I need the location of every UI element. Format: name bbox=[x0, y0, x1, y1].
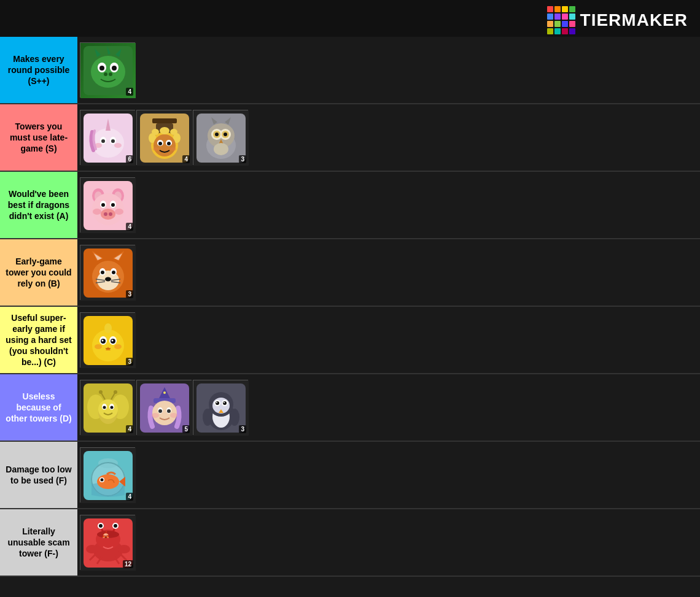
tower-penguin-badge: 3 bbox=[239, 425, 246, 433]
svg-point-75 bbox=[105, 277, 111, 282]
svg-point-19 bbox=[114, 143, 122, 148]
svg-point-45 bbox=[215, 133, 219, 136]
tower-chick[interactable]: 3 bbox=[80, 312, 135, 368]
tower-dragon[interactable]: 4 bbox=[80, 42, 135, 98]
tower-sunflower-badge: 4 bbox=[182, 155, 190, 163]
tower-dragon-badge: 4 bbox=[126, 88, 133, 96]
svg-rect-21 bbox=[152, 118, 177, 123]
logo-cell bbox=[547, 6, 553, 12]
svg-point-35 bbox=[170, 147, 176, 151]
svg-point-5 bbox=[112, 66, 117, 71]
tower-fairy[interactable]: 4 bbox=[80, 380, 135, 435]
svg-point-6 bbox=[104, 72, 107, 76]
logo-cell bbox=[554, 13, 561, 20]
tower-crab-badge: 12 bbox=[123, 560, 133, 568]
tower-sunflower[interactable]: 4 bbox=[136, 110, 192, 165]
svg-point-16 bbox=[101, 139, 105, 143]
logo-cell bbox=[547, 13, 553, 20]
tower-fox[interactable]: 3 bbox=[80, 245, 135, 300]
tier-row-a: Would've been best if dragons didn't exi… bbox=[0, 172, 700, 239]
svg-point-92 bbox=[104, 323, 112, 333]
logo-cell bbox=[569, 21, 575, 27]
svg-point-62 bbox=[93, 209, 101, 215]
svg-point-138 bbox=[101, 479, 104, 482]
tier-content-s: 6 bbox=[77, 104, 700, 171]
svg-point-105 bbox=[114, 390, 117, 394]
svg-point-17 bbox=[111, 139, 115, 143]
svg-point-116 bbox=[170, 413, 177, 418]
svg-point-144 bbox=[99, 524, 103, 528]
logo-cell bbox=[547, 28, 553, 34]
logo-cell bbox=[554, 28, 561, 34]
svg-point-109 bbox=[163, 391, 166, 394]
tower-unicorn[interactable]: 6 bbox=[80, 110, 135, 165]
tier-row-d: Useless because of other towers (D) bbox=[0, 374, 700, 442]
svg-point-147 bbox=[114, 524, 117, 528]
logo-cell bbox=[547, 21, 553, 27]
tier-row-c: Useful super-early game if using a hard … bbox=[0, 307, 700, 374]
tier-label-a: Would've been best if dragons didn't exi… bbox=[0, 172, 77, 238]
tier-row-fminus: Literally unusable scam tower (F-) bbox=[0, 509, 700, 577]
logo-cell bbox=[569, 13, 575, 20]
tier-row-b: Early-game tower you could rely on (B) bbox=[0, 239, 700, 307]
tier-label-s: Towers you must use late-game (S) bbox=[0, 104, 77, 171]
svg-point-90 bbox=[95, 344, 102, 349]
tower-fish[interactable]: 4 bbox=[80, 447, 135, 503]
svg-point-124 bbox=[216, 401, 219, 405]
tower-penguin[interactable]: 3 bbox=[193, 380, 248, 435]
svg-point-110 bbox=[152, 401, 177, 425]
tower-crab[interactable]: 🎪 12 bbox=[80, 515, 135, 570]
tower-chick-badge: 3 bbox=[126, 358, 133, 366]
svg-text:🎪: 🎪 bbox=[102, 531, 110, 539]
svg-point-46 bbox=[224, 133, 227, 136]
svg-point-86 bbox=[102, 340, 104, 342]
svg-point-33 bbox=[167, 142, 171, 145]
svg-point-48 bbox=[214, 143, 228, 155]
logo-grid-icon bbox=[547, 6, 575, 34]
tiermaker-brand-text: TierMaker bbox=[580, 10, 688, 30]
tower-owl-badge: 3 bbox=[239, 155, 246, 163]
svg-point-125 bbox=[223, 401, 227, 405]
tower-witch[interactable]: 5 bbox=[136, 380, 192, 435]
tier-content-f: 4 bbox=[77, 442, 700, 508]
svg-point-61 bbox=[109, 212, 112, 216]
tier-content-a: 4 bbox=[77, 172, 700, 238]
svg-point-91 bbox=[114, 344, 122, 349]
tower-pig-badge: 4 bbox=[126, 223, 133, 231]
tier-label-b: Early-game tower you could rely on (B) bbox=[0, 239, 77, 306]
svg-point-63 bbox=[115, 209, 123, 215]
svg-point-113 bbox=[158, 409, 162, 413]
tier-row-f: Damage too low to be used (F) bbox=[0, 442, 700, 509]
logo-cell bbox=[562, 13, 568, 20]
svg-point-97 bbox=[98, 399, 118, 419]
svg-point-32 bbox=[158, 142, 162, 145]
svg-point-27 bbox=[170, 129, 177, 135]
logo-cell bbox=[554, 6, 561, 12]
logo-cell bbox=[569, 28, 575, 34]
logo-cell bbox=[569, 6, 575, 12]
svg-point-24 bbox=[160, 127, 169, 134]
svg-point-100 bbox=[103, 406, 106, 409]
tower-witch-badge: 5 bbox=[182, 425, 190, 433]
tower-pig[interactable]: 4 bbox=[80, 177, 135, 233]
svg-point-126 bbox=[216, 402, 217, 403]
svg-point-73 bbox=[101, 271, 104, 274]
tier-label-f: Damage too low to be used (F) bbox=[0, 442, 77, 508]
svg-point-130 bbox=[230, 409, 239, 426]
tier-label-c: Useful super-early game if using a hard … bbox=[0, 307, 77, 373]
tier-label-d: Useless because of other towers (D) bbox=[0, 374, 77, 441]
svg-point-7 bbox=[109, 72, 112, 76]
tiermaker-logo: TierMaker bbox=[547, 6, 688, 34]
tower-owl[interactable]: 3 bbox=[193, 110, 248, 165]
svg-point-60 bbox=[104, 212, 107, 216]
tier-row-s: Towers you must use late-game (S) bbox=[0, 104, 700, 172]
tower-fox-badge: 3 bbox=[126, 290, 133, 298]
svg-point-87 bbox=[112, 340, 114, 342]
svg-point-74 bbox=[112, 271, 115, 274]
svg-point-28 bbox=[152, 129, 159, 135]
tier-label-fminus: Literally unusable scam tower (F-) bbox=[0, 509, 77, 576]
tier-content-b: 3 bbox=[77, 239, 700, 306]
tier-row-spp: Makes every round possible (S++) bbox=[0, 37, 700, 104]
tier-content-c: 3 bbox=[77, 307, 700, 373]
svg-point-148 bbox=[86, 545, 98, 553]
